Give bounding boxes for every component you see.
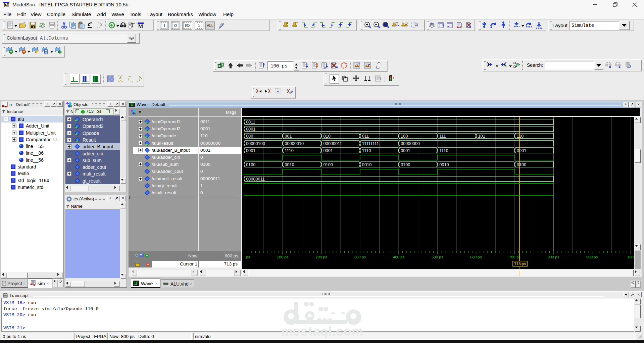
svg-text:700 ps: 700 ps [509,255,521,259]
svg-text:800 ps: 800 ps [548,255,559,259]
svg-text:1110: 1110 [285,148,294,153]
svg-text:0011: 0011 [246,119,255,125]
svg-text:M: M [4,2,9,8]
svg-text:0001: 0001 [401,148,410,153]
svg-text:200 ps: 200 ps [315,255,327,259]
svg-text:00000011: 00000011 [246,177,265,182]
svg-text:00000010: 00000010 [285,141,304,146]
svg-text:713 ps: 713 ps [514,262,526,266]
svg-text:100 ps: 100 ps [277,255,289,259]
svg-text:0001: 0001 [246,148,255,153]
svg-text:000: 000 [246,134,253,139]
svg-text:0010: 0010 [285,162,294,167]
svg-text:00000011: 00000011 [324,141,342,146]
svg-text:mostaql.com: mostaql.com [282,324,363,338]
svg-text:M: M [138,23,143,29]
svg-text:1110: 1110 [362,148,371,153]
svg-text:600 ps: 600 ps [470,255,482,259]
svg-text:900 ps: 900 ps [586,255,598,259]
svg-text:ps: ps [246,255,250,259]
svg-text:0001: 0001 [324,148,333,153]
svg-text:0010: 0010 [439,162,449,167]
svg-text:400 ps: 400 ps [393,255,405,259]
svg-text:0001: 0001 [517,148,526,153]
svg-text:500 ps: 500 ps [432,255,443,259]
svg-text:0100: 0100 [246,162,255,167]
svg-text:010: 010 [324,134,331,139]
svg-text:300 ps: 300 ps [354,255,366,259]
svg-text:1110: 1110 [439,148,448,153]
svg-text:?: ? [442,23,444,29]
svg-text:100: 100 [401,134,408,139]
svg-text:111: 111 [439,134,446,139]
svg-text:100: 100 [627,255,634,259]
svg-text:0100: 0100 [401,162,410,167]
svg-text:11111111: 11111111 [362,141,379,146]
svg-text:0100: 0100 [324,162,333,167]
svg-text:011: 011 [362,134,369,139]
svg-text:101: 101 [478,134,485,139]
svg-text:001: 001 [285,134,292,139]
svg-text:0010: 0010 [362,162,371,167]
svg-text:0100: 0100 [517,162,526,167]
svg-text:00000100: 00000100 [246,141,265,146]
svg-text:00000000: 00000000 [401,141,420,146]
svg-text:110: 110 [517,134,524,139]
svg-text:0001: 0001 [246,127,255,132]
